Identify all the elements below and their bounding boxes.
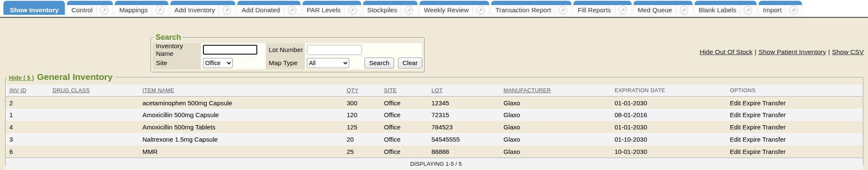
clear-button[interactable]: Clear bbox=[398, 58, 423, 69]
search-legend: Search bbox=[154, 33, 183, 42]
action-transfer[interactable]: Transfer bbox=[762, 148, 785, 155]
column-header-site[interactable]: SITE bbox=[384, 85, 431, 96]
tab-label: Import bbox=[763, 6, 782, 14]
action-transfer[interactable]: Transfer bbox=[762, 99, 785, 107]
tab-divider bbox=[152, 5, 152, 14]
action-expire[interactable]: Expire bbox=[743, 136, 761, 143]
action-expire[interactable]: Expire bbox=[743, 148, 761, 155]
cell-item-name: Amoxicillin 500mg Tablets bbox=[142, 121, 347, 133]
map-type-select[interactable]: All bbox=[307, 58, 349, 68]
open-in-new-icon[interactable]: ↗ bbox=[559, 6, 567, 14]
tab-top-accent bbox=[237, 1, 300, 5]
tab-top-accent bbox=[67, 1, 113, 5]
column-header-options: OPTIONS bbox=[730, 85, 862, 96]
cell-options: Edit Expire Transfer bbox=[730, 121, 862, 133]
table-row: 2acetaminophen 500mg Capsule300Office123… bbox=[6, 96, 862, 109]
tab-label: Med Queue bbox=[638, 6, 672, 14]
tab-mappings[interactable]: Mappings↗ bbox=[115, 1, 168, 15]
hide-out-of-stock-link[interactable]: Hide Out Of Stock bbox=[700, 48, 753, 55]
open-in-new-icon[interactable]: ↗ bbox=[100, 6, 108, 14]
show-patient-inventory-link[interactable]: Show Patient Inventory bbox=[759, 48, 826, 55]
link-separator: | bbox=[828, 48, 830, 55]
section-title: General Inventory bbox=[37, 72, 113, 82]
open-in-new-icon[interactable]: ↗ bbox=[288, 6, 296, 14]
table-row: 4Amoxicillin 500mg Tablets125Office78452… bbox=[6, 121, 862, 133]
open-in-new-icon[interactable]: ↗ bbox=[405, 6, 413, 14]
cell-item-name: acetaminophen 500mg Capsule bbox=[142, 96, 347, 109]
tab-top-accent bbox=[573, 1, 631, 5]
action-edit[interactable]: Edit bbox=[730, 148, 741, 155]
tab-med-queue[interactable]: Med Queue↗ bbox=[634, 1, 693, 15]
action-transfer[interactable]: Transfer bbox=[762, 136, 785, 143]
action-edit[interactable]: Edit bbox=[730, 136, 741, 143]
tab-stockpiles[interactable]: Stockpiles↗ bbox=[363, 1, 418, 15]
action-edit[interactable]: Edit bbox=[730, 123, 741, 131]
tab-top-accent bbox=[303, 1, 361, 5]
cell-options: Edit Expire Transfer bbox=[730, 145, 862, 158]
tab-blank-labels[interactable]: Blank Labels↗ bbox=[695, 1, 757, 15]
cell-expiration-date: 08-01-2016 bbox=[615, 109, 730, 121]
site-select[interactable]: Office bbox=[203, 58, 233, 68]
tab-divider bbox=[555, 5, 555, 14]
open-in-new-icon[interactable]: ↗ bbox=[744, 6, 752, 14]
tab-transaction-report[interactable]: Transaction Report↗ bbox=[491, 1, 571, 15]
cell-expiration-date: 01-01-2030 bbox=[615, 121, 730, 133]
tab-top-accent bbox=[115, 1, 168, 5]
cell-options: Edit Expire Transfer bbox=[730, 109, 862, 121]
action-transfer[interactable]: Transfer bbox=[762, 123, 785, 131]
cell-qty: 25 bbox=[347, 145, 384, 158]
cell-qty: 120 bbox=[347, 109, 384, 121]
show-csv-link[interactable]: Show CSV bbox=[832, 48, 864, 55]
tab-divider bbox=[740, 5, 740, 14]
action-expire[interactable]: Expire bbox=[743, 111, 761, 118]
cell-item-name: Amoxicillin 500mg Capsule bbox=[142, 109, 347, 121]
tab-show-inventory[interactable]: Show Inventory bbox=[3, 1, 65, 15]
cell-manufacturer: Glaxo bbox=[504, 121, 615, 133]
open-in-new-icon[interactable]: ↗ bbox=[223, 6, 231, 14]
action-transfer[interactable]: Transfer bbox=[762, 111, 785, 118]
cell-expiration-date: 01-10-2030 bbox=[615, 133, 730, 145]
open-in-new-icon[interactable]: ↗ bbox=[156, 6, 164, 14]
inventory-name-input[interactable] bbox=[203, 45, 257, 55]
action-expire[interactable]: Expire bbox=[743, 99, 761, 107]
table-row: 1Amoxicillin 500mg Capsule120Office72315… bbox=[6, 109, 862, 121]
cell-site: Office bbox=[384, 109, 431, 121]
cell-manufacturer: Glaxo bbox=[504, 133, 615, 145]
column-header-item-name[interactable]: ITEM NAME bbox=[142, 85, 347, 96]
action-edit[interactable]: Edit bbox=[730, 111, 741, 118]
cell-site: Office bbox=[384, 96, 431, 109]
open-in-new-icon[interactable]: ↗ bbox=[476, 6, 485, 14]
cell-inv-id: 1 bbox=[6, 109, 53, 121]
open-in-new-icon[interactable]: ↗ bbox=[789, 6, 798, 14]
cell-item-name: MMR bbox=[142, 145, 347, 158]
open-in-new-icon[interactable]: ↗ bbox=[680, 6, 688, 14]
tab-add-donated[interactable]: Add Donated↗ bbox=[237, 1, 300, 15]
action-edit[interactable]: Edit bbox=[730, 99, 741, 107]
tab-import[interactable]: Import↗ bbox=[759, 1, 802, 15]
cell-lot: 12345 bbox=[431, 96, 504, 109]
tab-control[interactable]: Control↗ bbox=[67, 1, 113, 15]
tab-weekly-review[interactable]: Weekly Review↗ bbox=[420, 1, 489, 15]
tab-par-levels[interactable]: PAR Levels↗ bbox=[303, 1, 361, 15]
column-header-drug-class[interactable]: DRUG CLASS bbox=[53, 85, 142, 96]
open-in-new-icon[interactable]: ↗ bbox=[619, 6, 627, 14]
tab-add-inventory[interactable]: Add Inventory↗ bbox=[170, 1, 236, 15]
open-in-new-icon[interactable]: ↗ bbox=[348, 6, 357, 14]
cell-item-name: Naltrexone 1.5mg Capsule bbox=[142, 133, 347, 145]
column-header-qty[interactable]: QTY bbox=[347, 85, 384, 96]
column-header-inv-id[interactable]: INV ID bbox=[6, 85, 53, 96]
cell-options: Edit Expire Transfer bbox=[730, 133, 862, 145]
column-header-lot[interactable]: LOT bbox=[431, 85, 504, 96]
hide-count-link[interactable]: Hide ( 5 ) bbox=[9, 74, 34, 81]
tab-top-accent bbox=[634, 1, 693, 5]
lot-number-label: Lot Number bbox=[266, 43, 305, 56]
action-expire[interactable]: Expire bbox=[743, 123, 761, 131]
inventory-page: Show InventoryControl↗Mappings↗Add Inven… bbox=[0, 0, 868, 170]
tab-fill-reports[interactable]: Fill Reports↗ bbox=[573, 1, 631, 15]
map-type-label: Map Type bbox=[266, 56, 305, 69]
search-button[interactable]: Search bbox=[364, 58, 394, 69]
inventory-table: INV IDDRUG CLASSITEM NAMEQTYSITELOTMANUF… bbox=[6, 85, 862, 170]
lot-number-input[interactable] bbox=[307, 45, 362, 55]
column-header-manufacturer[interactable]: MANUFACTURER bbox=[504, 85, 615, 96]
cell-manufacturer: Glaxo bbox=[504, 96, 615, 109]
